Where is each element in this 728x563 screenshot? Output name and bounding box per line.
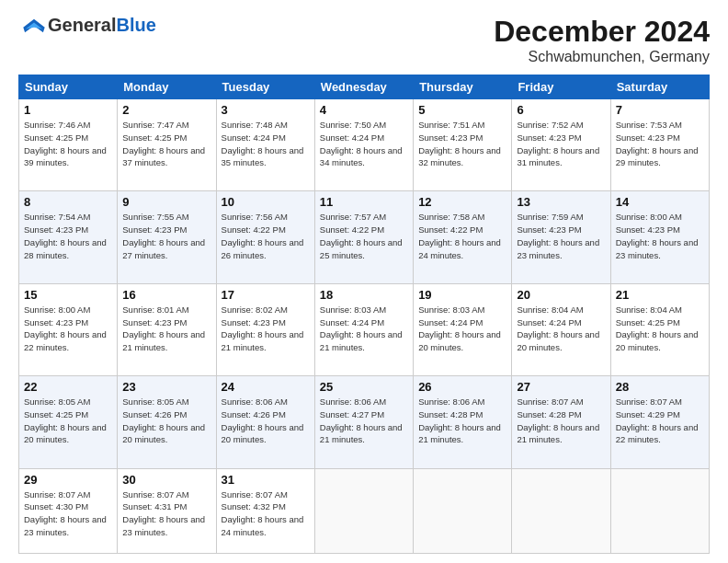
day-info: Sunrise: 8:00 AMSunset: 4:23 PMDaylight:… — [616, 212, 699, 259]
day-info: Sunrise: 7:53 AMSunset: 4:23 PMDaylight:… — [616, 120, 699, 167]
day-info: Sunrise: 7:50 AMSunset: 4:24 PMDaylight:… — [320, 120, 403, 167]
day-info: Sunrise: 8:02 AMSunset: 4:23 PMDaylight:… — [222, 304, 304, 352]
month-title: December 2024 — [494, 15, 710, 49]
calendar-cell — [414, 468, 512, 554]
calendar-cell: 22 Sunrise: 8:05 AMSunset: 4:25 PMDaylig… — [19, 376, 118, 468]
calendar-cell: 24 Sunrise: 8:06 AMSunset: 4:26 PMDaylig… — [216, 376, 314, 468]
day-info: Sunrise: 7:57 AMSunset: 4:22 PMDaylight:… — [320, 212, 403, 259]
day-number: 21 — [616, 288, 704, 302]
day-info: Sunrise: 8:06 AMSunset: 4:27 PMDaylight:… — [320, 396, 403, 444]
day-number: 30 — [122, 473, 210, 487]
calendar-cell: 6 Sunrise: 7:52 AMSunset: 4:23 PMDayligh… — [512, 99, 610, 191]
day-info: Sunrise: 7:51 AMSunset: 4:23 PMDaylight:… — [418, 120, 501, 167]
day-number: 24 — [222, 380, 310, 394]
day-number: 16 — [122, 288, 210, 302]
day-info: Sunrise: 8:07 AMSunset: 4:31 PMDaylight:… — [122, 489, 205, 537]
calendar-cell: 13 Sunrise: 7:59 AMSunset: 4:23 PMDaylig… — [512, 191, 610, 283]
calendar-cell: 31 Sunrise: 8:07 AMSunset: 4:32 PMDaylig… — [216, 468, 314, 554]
calendar-cell — [512, 468, 610, 554]
day-info: Sunrise: 8:04 AMSunset: 4:24 PMDaylight:… — [517, 304, 599, 352]
day-info: Sunrise: 8:07 AMSunset: 4:30 PMDaylight:… — [24, 489, 107, 537]
day-info: Sunrise: 7:55 AMSunset: 4:23 PMDaylight:… — [122, 212, 205, 259]
day-info: Sunrise: 8:06 AMSunset: 4:28 PMDaylight:… — [418, 396, 501, 444]
calendar-cell: 3 Sunrise: 7:48 AMSunset: 4:24 PMDayligh… — [216, 99, 314, 191]
day-number: 1 — [24, 103, 112, 117]
location-title: Schwabmunchen, Germany — [494, 49, 710, 65]
calendar-cell: 19 Sunrise: 8:03 AMSunset: 4:24 PMDaylig… — [414, 283, 512, 375]
calendar-header-sunday: Sunday — [19, 75, 118, 99]
day-number: 7 — [616, 103, 704, 117]
day-number: 6 — [517, 103, 605, 117]
day-info: Sunrise: 7:52 AMSunset: 4:23 PMDaylight:… — [517, 120, 599, 167]
day-number: 22 — [24, 380, 112, 394]
day-info: Sunrise: 7:54 AMSunset: 4:23 PMDaylight:… — [24, 212, 107, 259]
calendar-cell: 7 Sunrise: 7:53 AMSunset: 4:23 PMDayligh… — [610, 99, 709, 191]
calendar-cell: 15 Sunrise: 8:00 AMSunset: 4:23 PMDaylig… — [19, 283, 118, 375]
logo-general-text: General — [48, 15, 116, 36]
calendar-week-3: 15 Sunrise: 8:00 AMSunset: 4:23 PMDaylig… — [19, 283, 710, 375]
calendar-cell: 1 Sunrise: 7:46 AMSunset: 4:25 PMDayligh… — [19, 99, 118, 191]
calendar-cell: 29 Sunrise: 8:07 AMSunset: 4:30 PMDaylig… — [19, 468, 118, 554]
calendar-cell: 2 Sunrise: 7:47 AMSunset: 4:25 PMDayligh… — [118, 99, 216, 191]
day-number: 29 — [24, 473, 112, 487]
day-number: 14 — [616, 195, 704, 209]
calendar-week-4: 22 Sunrise: 8:05 AMSunset: 4:25 PMDaylig… — [19, 376, 710, 468]
day-info: Sunrise: 8:04 AMSunset: 4:25 PMDaylight:… — [616, 304, 699, 352]
day-number: 27 — [517, 380, 605, 394]
day-info: Sunrise: 7:59 AMSunset: 4:23 PMDaylight:… — [517, 212, 599, 259]
day-info: Sunrise: 8:07 AMSunset: 4:29 PMDaylight:… — [616, 396, 699, 444]
day-info: Sunrise: 8:00 AMSunset: 4:23 PMDaylight:… — [24, 304, 107, 352]
day-number: 15 — [24, 288, 112, 302]
header: GeneralBlue December 2024 Schwabmunchen,… — [18, 15, 710, 65]
calendar-cell: 28 Sunrise: 8:07 AMSunset: 4:29 PMDaylig… — [610, 376, 709, 468]
day-info: Sunrise: 8:05 AMSunset: 4:26 PMDaylight:… — [122, 396, 205, 444]
day-number: 25 — [320, 380, 408, 394]
calendar-cell: 21 Sunrise: 8:04 AMSunset: 4:25 PMDaylig… — [610, 283, 709, 375]
day-number: 13 — [517, 195, 605, 209]
day-info: Sunrise: 7:46 AMSunset: 4:25 PMDaylight:… — [24, 120, 107, 167]
day-number: 28 — [616, 380, 704, 394]
day-number: 3 — [222, 103, 310, 117]
calendar-cell: 16 Sunrise: 8:01 AMSunset: 4:23 PMDaylig… — [118, 283, 216, 375]
day-info: Sunrise: 8:07 AMSunset: 4:32 PMDaylight:… — [222, 489, 304, 537]
page: GeneralBlue December 2024 Schwabmunchen,… — [0, 0, 728, 563]
day-number: 9 — [122, 195, 210, 209]
day-info: Sunrise: 7:56 AMSunset: 4:22 PMDaylight:… — [222, 212, 304, 259]
calendar-cell: 4 Sunrise: 7:50 AMSunset: 4:24 PMDayligh… — [314, 99, 413, 191]
logo-blue-text: Blue — [116, 15, 155, 36]
calendar-header-thursday: Thursday — [414, 75, 512, 99]
calendar-cell: 12 Sunrise: 7:58 AMSunset: 4:22 PMDaylig… — [414, 191, 512, 283]
calendar-cell: 9 Sunrise: 7:55 AMSunset: 4:23 PMDayligh… — [118, 191, 216, 283]
day-info: Sunrise: 8:03 AMSunset: 4:24 PMDaylight:… — [320, 304, 403, 352]
day-number: 2 — [122, 103, 210, 117]
day-number: 18 — [320, 288, 408, 302]
day-info: Sunrise: 7:48 AMSunset: 4:24 PMDaylight:… — [222, 120, 304, 167]
calendar-header-tuesday: Tuesday — [216, 75, 314, 99]
calendar-week-2: 8 Sunrise: 7:54 AMSunset: 4:23 PMDayligh… — [19, 191, 710, 283]
calendar-header-row: SundayMondayTuesdayWednesdayThursdayFrid… — [19, 75, 710, 99]
calendar-cell: 17 Sunrise: 8:02 AMSunset: 4:23 PMDaylig… — [216, 283, 314, 375]
calendar-cell: 8 Sunrise: 7:54 AMSunset: 4:23 PMDayligh… — [19, 191, 118, 283]
calendar-cell — [314, 468, 413, 554]
day-info: Sunrise: 8:05 AMSunset: 4:25 PMDaylight:… — [24, 396, 107, 444]
day-info: Sunrise: 7:47 AMSunset: 4:25 PMDaylight:… — [122, 120, 205, 167]
calendar-cell: 14 Sunrise: 8:00 AMSunset: 4:23 PMDaylig… — [610, 191, 709, 283]
day-number: 19 — [418, 288, 506, 302]
day-number: 17 — [222, 288, 310, 302]
calendar-cell — [610, 468, 709, 554]
day-info: Sunrise: 8:01 AMSunset: 4:23 PMDaylight:… — [122, 304, 205, 352]
day-info: Sunrise: 7:58 AMSunset: 4:22 PMDaylight:… — [418, 212, 501, 259]
logo: GeneralBlue — [18, 15, 156, 36]
calendar-header-monday: Monday — [118, 75, 216, 99]
calendar-cell: 25 Sunrise: 8:06 AMSunset: 4:27 PMDaylig… — [314, 376, 413, 468]
day-info: Sunrise: 8:06 AMSunset: 4:26 PMDaylight:… — [222, 396, 304, 444]
logo-icon — [20, 17, 48, 34]
calendar-table: SundayMondayTuesdayWednesdayThursdayFrid… — [18, 75, 710, 554]
day-number: 12 — [418, 195, 506, 209]
day-number: 31 — [222, 473, 310, 487]
calendar-cell: 18 Sunrise: 8:03 AMSunset: 4:24 PMDaylig… — [314, 283, 413, 375]
calendar-header-saturday: Saturday — [610, 75, 709, 99]
calendar-cell: 20 Sunrise: 8:04 AMSunset: 4:24 PMDaylig… — [512, 283, 610, 375]
calendar-cell: 5 Sunrise: 7:51 AMSunset: 4:23 PMDayligh… — [414, 99, 512, 191]
calendar-cell: 11 Sunrise: 7:57 AMSunset: 4:22 PMDaylig… — [314, 191, 413, 283]
